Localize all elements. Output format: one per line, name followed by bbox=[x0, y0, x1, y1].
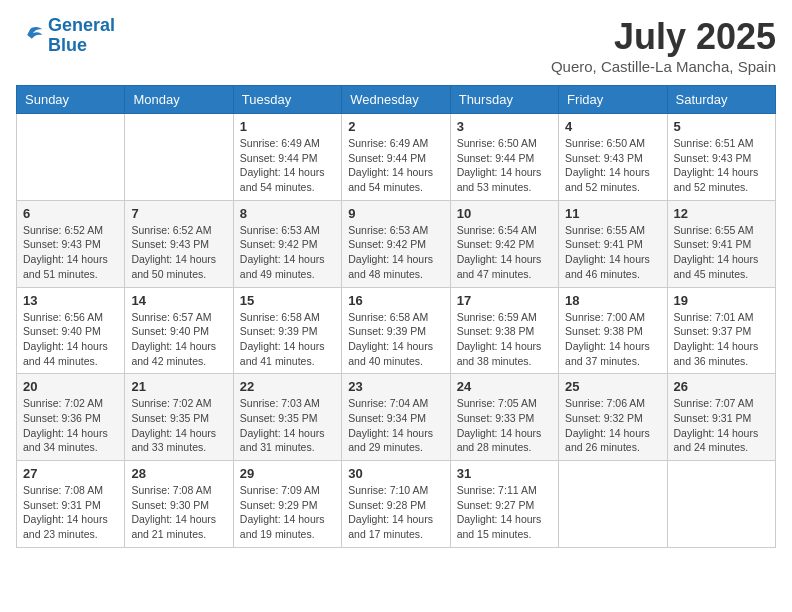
day-number: 14 bbox=[131, 293, 226, 308]
calendar-cell: 4Sunrise: 6:50 AM Sunset: 9:43 PM Daylig… bbox=[559, 114, 667, 201]
day-info: Sunrise: 7:11 AM Sunset: 9:27 PM Dayligh… bbox=[457, 483, 552, 542]
day-info: Sunrise: 6:50 AM Sunset: 9:43 PM Dayligh… bbox=[565, 136, 660, 195]
day-info: Sunrise: 7:01 AM Sunset: 9:37 PM Dayligh… bbox=[674, 310, 769, 369]
day-number: 5 bbox=[674, 119, 769, 134]
calendar-week-4: 20Sunrise: 7:02 AM Sunset: 9:36 PM Dayli… bbox=[17, 374, 776, 461]
calendar-cell: 15Sunrise: 6:58 AM Sunset: 9:39 PM Dayli… bbox=[233, 287, 341, 374]
day-number: 24 bbox=[457, 379, 552, 394]
calendar-cell: 22Sunrise: 7:03 AM Sunset: 9:35 PM Dayli… bbox=[233, 374, 341, 461]
day-number: 25 bbox=[565, 379, 660, 394]
day-info: Sunrise: 6:56 AM Sunset: 9:40 PM Dayligh… bbox=[23, 310, 118, 369]
day-number: 9 bbox=[348, 206, 443, 221]
logo-text: General Blue bbox=[48, 16, 115, 56]
day-info: Sunrise: 7:02 AM Sunset: 9:36 PM Dayligh… bbox=[23, 396, 118, 455]
day-info: Sunrise: 6:52 AM Sunset: 9:43 PM Dayligh… bbox=[131, 223, 226, 282]
day-info: Sunrise: 7:09 AM Sunset: 9:29 PM Dayligh… bbox=[240, 483, 335, 542]
header-monday: Monday bbox=[125, 86, 233, 114]
calendar-cell: 29Sunrise: 7:09 AM Sunset: 9:29 PM Dayli… bbox=[233, 461, 341, 548]
day-info: Sunrise: 6:50 AM Sunset: 9:44 PM Dayligh… bbox=[457, 136, 552, 195]
calendar-table: Sunday Monday Tuesday Wednesday Thursday… bbox=[16, 85, 776, 548]
header-wednesday: Wednesday bbox=[342, 86, 450, 114]
day-number: 28 bbox=[131, 466, 226, 481]
day-number: 8 bbox=[240, 206, 335, 221]
day-info: Sunrise: 7:07 AM Sunset: 9:31 PM Dayligh… bbox=[674, 396, 769, 455]
day-info: Sunrise: 7:06 AM Sunset: 9:32 PM Dayligh… bbox=[565, 396, 660, 455]
header-sunday: Sunday bbox=[17, 86, 125, 114]
calendar-week-2: 6Sunrise: 6:52 AM Sunset: 9:43 PM Daylig… bbox=[17, 200, 776, 287]
header-thursday: Thursday bbox=[450, 86, 558, 114]
day-info: Sunrise: 6:57 AM Sunset: 9:40 PM Dayligh… bbox=[131, 310, 226, 369]
calendar-cell: 13Sunrise: 6:56 AM Sunset: 9:40 PM Dayli… bbox=[17, 287, 125, 374]
calendar-cell: 27Sunrise: 7:08 AM Sunset: 9:31 PM Dayli… bbox=[17, 461, 125, 548]
day-info: Sunrise: 6:54 AM Sunset: 9:42 PM Dayligh… bbox=[457, 223, 552, 282]
day-info: Sunrise: 7:08 AM Sunset: 9:31 PM Dayligh… bbox=[23, 483, 118, 542]
day-info: Sunrise: 7:00 AM Sunset: 9:38 PM Dayligh… bbox=[565, 310, 660, 369]
day-info: Sunrise: 6:59 AM Sunset: 9:38 PM Dayligh… bbox=[457, 310, 552, 369]
day-number: 1 bbox=[240, 119, 335, 134]
calendar-week-1: 1Sunrise: 6:49 AM Sunset: 9:44 PM Daylig… bbox=[17, 114, 776, 201]
calendar-cell: 6Sunrise: 6:52 AM Sunset: 9:43 PM Daylig… bbox=[17, 200, 125, 287]
page-header: General Blue July 2025 Quero, Castille-L… bbox=[16, 16, 776, 75]
day-info: Sunrise: 6:58 AM Sunset: 9:39 PM Dayligh… bbox=[348, 310, 443, 369]
calendar-cell: 21Sunrise: 7:02 AM Sunset: 9:35 PM Dayli… bbox=[125, 374, 233, 461]
calendar-cell: 1Sunrise: 6:49 AM Sunset: 9:44 PM Daylig… bbox=[233, 114, 341, 201]
logo: General Blue bbox=[16, 16, 115, 56]
calendar-cell: 14Sunrise: 6:57 AM Sunset: 9:40 PM Dayli… bbox=[125, 287, 233, 374]
day-info: Sunrise: 6:58 AM Sunset: 9:39 PM Dayligh… bbox=[240, 310, 335, 369]
calendar-cell: 28Sunrise: 7:08 AM Sunset: 9:30 PM Dayli… bbox=[125, 461, 233, 548]
calendar-cell bbox=[559, 461, 667, 548]
day-number: 6 bbox=[23, 206, 118, 221]
calendar-cell: 16Sunrise: 6:58 AM Sunset: 9:39 PM Dayli… bbox=[342, 287, 450, 374]
calendar-cell: 5Sunrise: 6:51 AM Sunset: 9:43 PM Daylig… bbox=[667, 114, 775, 201]
day-number: 2 bbox=[348, 119, 443, 134]
calendar-cell: 30Sunrise: 7:10 AM Sunset: 9:28 PM Dayli… bbox=[342, 461, 450, 548]
calendar-cell: 8Sunrise: 6:53 AM Sunset: 9:42 PM Daylig… bbox=[233, 200, 341, 287]
calendar-cell bbox=[17, 114, 125, 201]
header-tuesday: Tuesday bbox=[233, 86, 341, 114]
day-info: Sunrise: 6:52 AM Sunset: 9:43 PM Dayligh… bbox=[23, 223, 118, 282]
calendar-cell: 17Sunrise: 6:59 AM Sunset: 9:38 PM Dayli… bbox=[450, 287, 558, 374]
day-info: Sunrise: 6:55 AM Sunset: 9:41 PM Dayligh… bbox=[674, 223, 769, 282]
calendar-cell: 7Sunrise: 6:52 AM Sunset: 9:43 PM Daylig… bbox=[125, 200, 233, 287]
logo-icon bbox=[16, 22, 44, 50]
day-info: Sunrise: 7:08 AM Sunset: 9:30 PM Dayligh… bbox=[131, 483, 226, 542]
calendar-cell: 12Sunrise: 6:55 AM Sunset: 9:41 PM Dayli… bbox=[667, 200, 775, 287]
day-number: 18 bbox=[565, 293, 660, 308]
calendar-cell: 23Sunrise: 7:04 AM Sunset: 9:34 PM Dayli… bbox=[342, 374, 450, 461]
calendar-cell bbox=[125, 114, 233, 201]
day-number: 17 bbox=[457, 293, 552, 308]
calendar-cell bbox=[667, 461, 775, 548]
day-info: Sunrise: 6:55 AM Sunset: 9:41 PM Dayligh… bbox=[565, 223, 660, 282]
day-info: Sunrise: 6:51 AM Sunset: 9:43 PM Dayligh… bbox=[674, 136, 769, 195]
calendar-header-row: Sunday Monday Tuesday Wednesday Thursday… bbox=[17, 86, 776, 114]
day-number: 11 bbox=[565, 206, 660, 221]
calendar-cell: 25Sunrise: 7:06 AM Sunset: 9:32 PM Dayli… bbox=[559, 374, 667, 461]
day-info: Sunrise: 6:49 AM Sunset: 9:44 PM Dayligh… bbox=[348, 136, 443, 195]
calendar-cell: 10Sunrise: 6:54 AM Sunset: 9:42 PM Dayli… bbox=[450, 200, 558, 287]
calendar-cell: 9Sunrise: 6:53 AM Sunset: 9:42 PM Daylig… bbox=[342, 200, 450, 287]
day-number: 26 bbox=[674, 379, 769, 394]
day-number: 19 bbox=[674, 293, 769, 308]
day-info: Sunrise: 6:53 AM Sunset: 9:42 PM Dayligh… bbox=[348, 223, 443, 282]
day-number: 16 bbox=[348, 293, 443, 308]
calendar-cell: 24Sunrise: 7:05 AM Sunset: 9:33 PM Dayli… bbox=[450, 374, 558, 461]
day-number: 27 bbox=[23, 466, 118, 481]
day-number: 29 bbox=[240, 466, 335, 481]
month-title: July 2025 bbox=[551, 16, 776, 58]
day-number: 15 bbox=[240, 293, 335, 308]
day-info: Sunrise: 7:03 AM Sunset: 9:35 PM Dayligh… bbox=[240, 396, 335, 455]
day-info: Sunrise: 7:05 AM Sunset: 9:33 PM Dayligh… bbox=[457, 396, 552, 455]
day-info: Sunrise: 6:49 AM Sunset: 9:44 PM Dayligh… bbox=[240, 136, 335, 195]
day-number: 21 bbox=[131, 379, 226, 394]
day-info: Sunrise: 6:53 AM Sunset: 9:42 PM Dayligh… bbox=[240, 223, 335, 282]
day-number: 31 bbox=[457, 466, 552, 481]
header-friday: Friday bbox=[559, 86, 667, 114]
day-info: Sunrise: 7:02 AM Sunset: 9:35 PM Dayligh… bbox=[131, 396, 226, 455]
day-number: 30 bbox=[348, 466, 443, 481]
calendar-cell: 11Sunrise: 6:55 AM Sunset: 9:41 PM Dayli… bbox=[559, 200, 667, 287]
day-number: 13 bbox=[23, 293, 118, 308]
calendar-cell: 20Sunrise: 7:02 AM Sunset: 9:36 PM Dayli… bbox=[17, 374, 125, 461]
day-number: 20 bbox=[23, 379, 118, 394]
location: Quero, Castille-La Mancha, Spain bbox=[551, 58, 776, 75]
calendar-week-3: 13Sunrise: 6:56 AM Sunset: 9:40 PM Dayli… bbox=[17, 287, 776, 374]
